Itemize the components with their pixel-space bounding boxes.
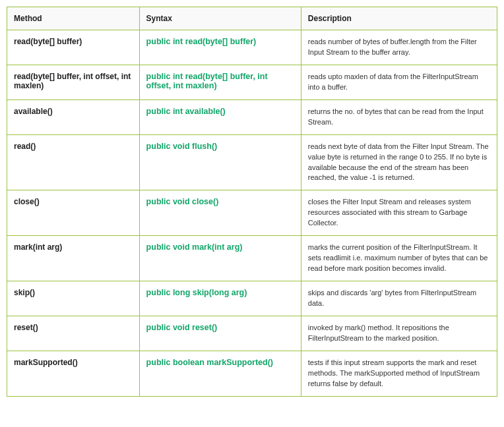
cell-description: tests if this input stream supports the …: [301, 351, 497, 396]
cell-method: read(byte[] buffer, int offset, int maxl…: [7, 65, 140, 100]
table-header-row: Method Syntax Description: [7, 7, 497, 30]
cell-description: marks the current position of the Filter…: [301, 236, 497, 281]
cell-method: close(): [7, 190, 140, 236]
header-syntax: Syntax: [139, 7, 301, 30]
table-row: close()public void close()closes the Fil…: [7, 190, 497, 236]
cell-syntax: public long skip(long arg): [139, 281, 301, 316]
cell-syntax: public void flush(): [139, 134, 301, 190]
table-row: reset()public void reset()invoked by mar…: [7, 316, 497, 351]
cell-description: reads number of bytes of buffer.length f…: [301, 30, 497, 65]
cell-syntax: public void close(): [139, 190, 301, 236]
cell-syntax: public int read(byte[] buffer): [139, 30, 301, 65]
cell-method: skip(): [7, 281, 140, 316]
cell-description: reads next byte of data from the Filter …: [301, 134, 497, 190]
cell-method: mark(int arg): [7, 236, 140, 281]
table-row: mark(int arg)public void mark(int arg)ma…: [7, 236, 497, 281]
cell-method: available(): [7, 100, 140, 134]
cell-method: read(byte[] buffer): [7, 30, 140, 65]
header-method: Method: [7, 7, 140, 30]
cell-description: skips and discards 'arg' bytes from Filt…: [301, 281, 497, 316]
table-row: read(byte[] buffer, int offset, int maxl…: [7, 65, 497, 100]
table-row: read()public void flush()reads next byte…: [7, 134, 497, 190]
table-row: markSupported()public boolean markSuppor…: [7, 351, 497, 396]
cell-syntax: public void mark(int arg): [139, 236, 301, 281]
table-row: available()public int available()returns…: [7, 100, 497, 134]
cell-method: reset(): [7, 316, 140, 351]
table-row: read(byte[] buffer)public int read(byte[…: [7, 30, 497, 65]
methods-table: Method Syntax Description read(byte[] bu…: [7, 7, 497, 397]
cell-description: invoked by mark() method. It repositions…: [301, 316, 497, 351]
header-description: Description: [301, 7, 497, 30]
cell-syntax: public void reset(): [139, 316, 301, 351]
cell-description: reads upto maxlen of data from the Filte…: [301, 65, 497, 100]
cell-description: closes the Filter Input Stream and relea…: [301, 190, 497, 236]
cell-syntax: public int available(): [139, 100, 301, 134]
cell-method: read(): [7, 134, 140, 190]
cell-description: returns the no. of bytes that can be rea…: [301, 100, 497, 134]
cell-syntax: public boolean markSupported(): [139, 351, 301, 396]
cell-syntax: public int read(byte[] buffer, int offse…: [139, 65, 301, 100]
cell-method: markSupported(): [7, 351, 140, 396]
table-row: skip()public long skip(long arg)skips an…: [7, 281, 497, 316]
